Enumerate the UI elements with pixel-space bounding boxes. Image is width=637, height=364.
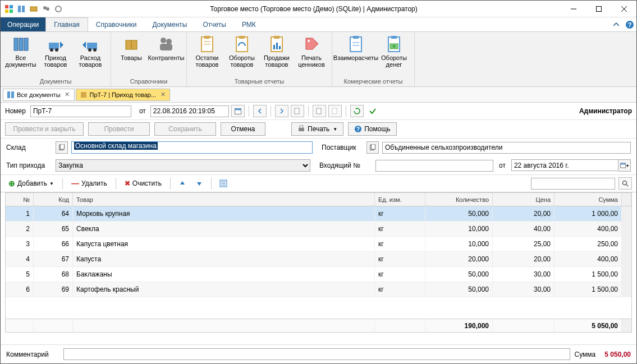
svg-rect-29 <box>160 44 172 50</box>
svg-rect-58 <box>299 128 304 131</box>
supplier-pick-icon[interactable] <box>366 141 379 154</box>
next-icon[interactable] <box>275 105 288 117</box>
number-input[interactable] <box>30 105 131 117</box>
grid-search-input[interactable] <box>531 178 615 190</box>
ribbon-goods-out[interactable]: Расходтоваров <box>74 33 107 69</box>
tab-docs[interactable]: Документы <box>145 17 195 31</box>
warehouse-pick-icon[interactable] <box>56 141 68 154</box>
comment-input[interactable] <box>63 348 570 360</box>
tab-rmk[interactable]: РМК <box>234 17 264 31</box>
close-button[interactable] <box>611 1 636 17</box>
qat-icon-4[interactable] <box>53 4 63 14</box>
col-code[interactable]: Код <box>34 193 73 206</box>
qat-app-icon[interactable] <box>4 4 14 14</box>
close-icon[interactable]: ✕ <box>63 90 72 99</box>
supplier-input[interactable] <box>382 142 631 154</box>
copy1-icon[interactable] <box>291 105 304 117</box>
list-icon[interactable] <box>217 177 230 190</box>
svg-rect-39 <box>276 43 278 49</box>
ribbon-contractors[interactable]: Контрагенты <box>149 33 183 62</box>
col-name[interactable]: Товар <box>73 193 375 206</box>
arrow-up-icon[interactable] <box>176 177 189 190</box>
calendar-icon[interactable] <box>231 105 245 117</box>
search-icon[interactable] <box>618 177 632 190</box>
clear-button[interactable]: ✖Очистить <box>121 177 165 190</box>
document-tabs: Все документы ✕ ПрТ-7 | Приход товар... … <box>1 87 636 103</box>
close-icon[interactable]: ✕ <box>158 90 167 99</box>
col-qty[interactable]: Количество <box>425 193 493 206</box>
table-row[interactable]: 568Баклажаныкг50,00030,001 500,00 <box>6 267 631 282</box>
help-icon[interactable]: ? <box>623 17 636 31</box>
ribbon-settlements[interactable]: Взаиморасчеты <box>336 33 376 62</box>
col-price[interactable]: Цена <box>493 193 554 206</box>
ribbon-all-docs[interactable]: Вседокументы <box>4 33 38 69</box>
ribbon-goods[interactable]: Товары <box>114 33 148 62</box>
doctab-all[interactable]: Все документы ✕ <box>3 89 75 101</box>
doc-header-row: Номер от Администратор <box>1 103 636 120</box>
svg-rect-56 <box>317 108 321 114</box>
refresh-icon[interactable] <box>350 105 364 117</box>
svg-rect-5 <box>22 6 25 12</box>
ribbon-label: Оборотыденег <box>381 54 407 68</box>
date2-input[interactable] <box>511 159 618 171</box>
table-row[interactable]: 366Капуста цветнаякг10,00025,00250,00 <box>6 237 631 252</box>
stock-icon <box>198 34 217 53</box>
date-input[interactable] <box>150 105 229 117</box>
warehouse-input[interactable]: Основной склад магазина <box>71 141 313 154</box>
qat-icon-1[interactable] <box>16 4 26 14</box>
tab-refs[interactable]: Справочники <box>88 17 145 31</box>
arrow-down-icon[interactable] <box>193 177 206 190</box>
ribbon-money-turnover[interactable]: Оборотыденег <box>377 33 411 69</box>
tab-reports[interactable]: Отчеты <box>195 17 233 31</box>
svg-point-23 <box>88 48 91 52</box>
post-close-button[interactable]: Провести и закрыть <box>5 122 84 136</box>
add-button[interactable]: ⊕Добавить ▼ <box>5 177 57 190</box>
print-button[interactable]: Печать ▼ <box>291 122 343 136</box>
scrollbar[interactable] <box>622 193 631 206</box>
ribbon-label: Вседокументы <box>5 54 36 68</box>
ribbon-pricetags[interactable]: Печатьценников <box>295 33 328 69</box>
operations-menu[interactable]: Операции <box>1 17 45 31</box>
svg-text:?: ? <box>356 126 360 132</box>
table-row[interactable]: 265Свеклакг10,00040,00400,00 <box>6 222 631 237</box>
svg-rect-1 <box>10 5 13 8</box>
svg-point-20 <box>50 48 53 52</box>
incoming-input[interactable] <box>375 160 493 172</box>
save-button[interactable]: Сохранить <box>154 122 216 136</box>
check-icon[interactable] <box>366 105 379 117</box>
post-button[interactable]: Провести <box>88 122 150 136</box>
col-num[interactable]: № <box>6 193 34 206</box>
goods-icon <box>122 34 141 53</box>
copy2-icon[interactable] <box>313 105 326 117</box>
col-unit[interactable]: Ед. изм. <box>375 193 425 206</box>
help-button[interactable]: ?Помощь <box>348 122 396 136</box>
tab-main[interactable]: Главная <box>45 17 88 31</box>
calendar2-icon[interactable]: ▾ <box>618 159 631 172</box>
doctab-current[interactable]: ПрТ-7 | Приход товар... ✕ <box>76 89 171 101</box>
delete-button[interactable]: —Удалить <box>68 177 111 190</box>
grid-header: № Код Товар Ед. изм. Количество Цена Сум… <box>6 193 631 206</box>
ribbon-group-label: Документы <box>4 77 107 86</box>
ribbon-turnover[interactable]: Оборотытоваров <box>225 33 259 69</box>
grid-footer: 190,000 5 050,00 <box>6 319 631 332</box>
ribbon-goods-in[interactable]: Приходтоваров <box>39 33 72 69</box>
maximize-button[interactable] <box>586 1 611 17</box>
qat-icon-3[interactable] <box>41 4 51 14</box>
ribbon-sales[interactable]: Продажитоваров <box>260 33 294 69</box>
table-row[interactable]: 669Картофель красныйкг50,00030,001 500,0… <box>6 282 631 297</box>
table-row[interactable]: 467Капустакг20,00020,00400,00 <box>6 252 631 267</box>
prev-icon[interactable] <box>253 105 267 117</box>
table-row[interactable]: 164Морковь крупнаякг50,00020,001 000,00 <box>6 206 631 222</box>
copy3-icon[interactable] <box>328 105 342 117</box>
cancel-button[interactable]: Отмена <box>221 122 265 136</box>
minimize-button[interactable] <box>561 1 586 17</box>
svg-rect-59 <box>300 126 303 128</box>
type-select[interactable]: Закупка <box>56 159 310 172</box>
col-sum[interactable]: Сумма <box>554 193 622 206</box>
ribbon-stock[interactable]: Остаткитоваров <box>190 33 224 69</box>
comment-label: Комментарий <box>6 351 57 358</box>
svg-rect-16 <box>14 38 18 50</box>
sum-label: Сумма <box>575 351 596 358</box>
ribbon-collapse-icon[interactable] <box>609 17 623 31</box>
qat-icon-2[interactable] <box>29 4 39 14</box>
